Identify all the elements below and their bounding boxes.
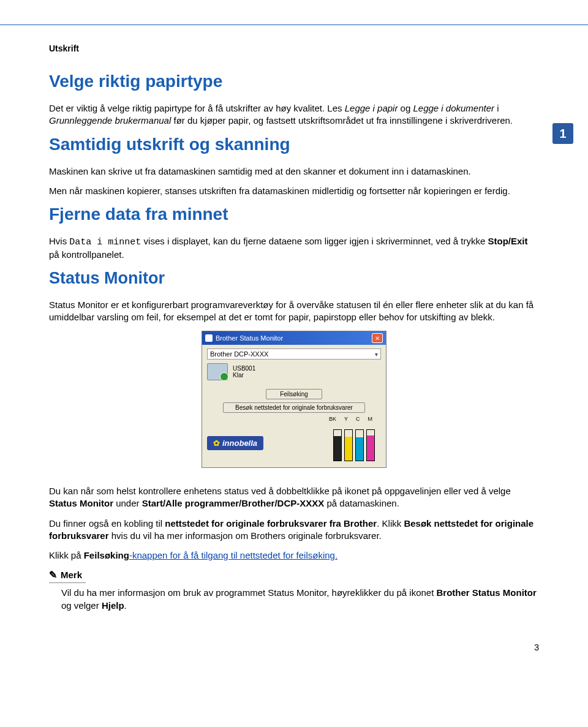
note-label: Merk xyxy=(61,570,82,580)
app-icon xyxy=(205,334,213,342)
paragraph: Du kan når som helst kontrollere enheten… xyxy=(49,485,539,510)
paragraph: Hvis Data i minnet vises i displayet, ka… xyxy=(49,235,539,262)
paragraph: Du finner også en kobling til nettstedet… xyxy=(49,518,539,543)
ink-labels: BK Y C M xyxy=(207,416,381,422)
titlebar: Brother Status Monitor ✕ xyxy=(202,331,386,345)
status-label: Klar xyxy=(233,372,255,379)
heading-statusmonitor: Status Monitor xyxy=(49,269,539,288)
heading-papirtype: Velge riktig papirtype xyxy=(49,72,539,91)
supplies-website-button[interactable]: Besøk nettstedet for originale forbruksv… xyxy=(223,402,365,413)
heading-fjerne: Fjerne data fra minnet xyxy=(49,205,539,224)
paragraph: Klikk på Feilsøking-knappen for å få til… xyxy=(49,549,539,562)
ink-levels xyxy=(333,429,381,461)
paragraph: Det er viktig å velge riktig papirtype f… xyxy=(49,102,539,127)
paragraph: Maskinen kan skrive ut fra datamaskinen … xyxy=(49,165,539,178)
chapter-label: Utskrift xyxy=(49,43,539,53)
paragraph: Men når maskinen kopierer, stanses utskr… xyxy=(49,185,539,197)
innobella-logo: innobella xyxy=(207,436,263,450)
troubleshoot-button[interactable]: Feilsøking xyxy=(266,389,322,399)
heading-samtidig: Samtidig utskrift og skanning xyxy=(49,135,539,154)
page-number: 3 xyxy=(0,642,588,652)
window-title: Brother Status Monitor xyxy=(216,334,283,342)
paragraph: Status Monitor er et konfigurerbart prog… xyxy=(49,299,539,324)
chapter-number-badge: 1 xyxy=(552,123,573,144)
note-icon: ✎ xyxy=(49,569,57,581)
chevron-down-icon: ▾ xyxy=(375,351,378,358)
port-label: USB001 xyxy=(233,365,255,372)
ink-y xyxy=(344,429,353,461)
ink-c xyxy=(355,429,364,461)
note-body: Vil du ha mer informasjon om bruk av pro… xyxy=(49,587,539,612)
ink-bk xyxy=(333,429,342,461)
device-dropdown[interactable]: Brother DCP-XXXX▾ xyxy=(207,348,381,360)
troubleshoot-link[interactable]: -knappen for å få tilgang til nettstedet… xyxy=(129,550,337,560)
status-monitor-window: Brother Status Monitor ✕ Brother DCP-XXX… xyxy=(202,331,386,468)
printer-icon xyxy=(207,363,228,380)
note-box: ✎ Merk Vil du ha mer informasjon om bruk… xyxy=(49,569,539,612)
close-icon[interactable]: ✕ xyxy=(372,333,383,343)
document-page: 1 Utskrift Velge riktig papirtype Det er… xyxy=(0,25,588,624)
ink-m xyxy=(366,429,375,461)
